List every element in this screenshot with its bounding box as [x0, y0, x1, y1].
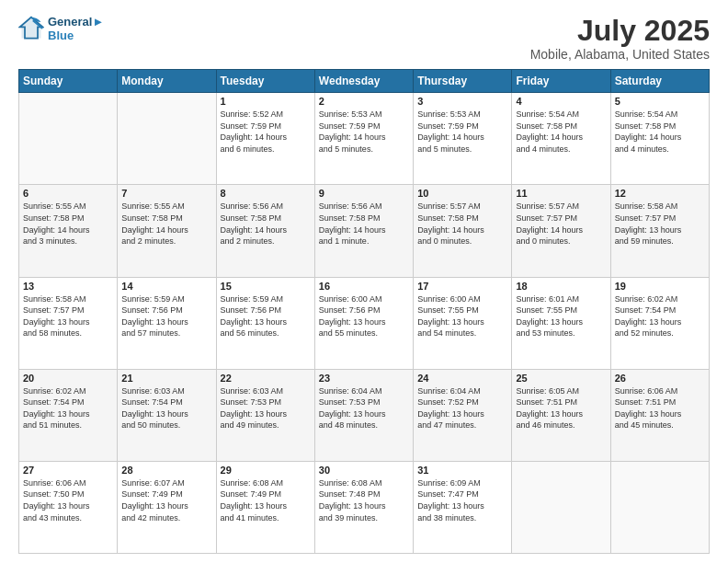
subtitle: Mobile, Alabama, United States	[530, 47, 710, 62]
day-number: 11	[516, 188, 606, 199]
day-info: Sunrise: 6:03 AM Sunset: 7:54 PM Dayligh…	[121, 385, 211, 431]
day-info: Sunrise: 5:56 AM Sunset: 7:58 PM Dayligh…	[319, 201, 409, 247]
calendar-cell: 14Sunrise: 5:59 AM Sunset: 7:56 PM Dayli…	[118, 277, 216, 369]
day-info: Sunrise: 6:04 AM Sunset: 7:53 PM Dayligh…	[319, 385, 409, 431]
day-number: 30	[319, 465, 409, 476]
day-number: 26	[615, 373, 705, 384]
day-info: Sunrise: 5:55 AM Sunset: 7:58 PM Dayligh…	[23, 201, 113, 247]
day-info: Sunrise: 5:58 AM Sunset: 7:57 PM Dayligh…	[23, 293, 113, 339]
col-wednesday: Wednesday	[314, 70, 413, 93]
day-number: 12	[615, 188, 705, 199]
calendar-cell: 17Sunrise: 6:00 AM Sunset: 7:55 PM Dayli…	[414, 277, 512, 369]
col-sunday: Sunday	[19, 70, 118, 93]
calendar-cell: 22Sunrise: 6:03 AM Sunset: 7:53 PM Dayli…	[216, 369, 314, 461]
col-friday: Friday	[512, 70, 610, 93]
day-info: Sunrise: 6:06 AM Sunset: 7:50 PM Dayligh…	[23, 477, 113, 523]
calendar-cell: 7Sunrise: 5:55 AM Sunset: 7:58 PM Daylig…	[118, 185, 216, 277]
calendar-week-3: 13Sunrise: 5:58 AM Sunset: 7:57 PM Dayli…	[19, 277, 710, 369]
calendar-cell: 5Sunrise: 5:54 AM Sunset: 7:58 PM Daylig…	[610, 93, 709, 185]
calendar-cell	[610, 461, 709, 553]
day-number: 14	[121, 281, 211, 292]
day-number: 20	[23, 373, 113, 384]
calendar-cell: 27Sunrise: 6:06 AM Sunset: 7:50 PM Dayli…	[19, 461, 118, 553]
calendar-cell: 16Sunrise: 6:00 AM Sunset: 7:56 PM Dayli…	[314, 277, 413, 369]
day-info: Sunrise: 6:03 AM Sunset: 7:53 PM Dayligh…	[221, 385, 311, 431]
day-number: 10	[417, 188, 507, 199]
day-number: 22	[221, 373, 311, 384]
calendar-cell: 26Sunrise: 6:06 AM Sunset: 7:51 PM Dayli…	[610, 369, 709, 461]
day-info: Sunrise: 6:09 AM Sunset: 7:47 PM Dayligh…	[417, 477, 507, 523]
day-info: Sunrise: 6:02 AM Sunset: 7:54 PM Dayligh…	[23, 385, 113, 431]
day-info: Sunrise: 6:02 AM Sunset: 7:54 PM Dayligh…	[615, 293, 705, 339]
day-info: Sunrise: 5:56 AM Sunset: 7:58 PM Dayligh…	[221, 201, 311, 247]
col-saturday: Saturday	[610, 70, 709, 93]
day-info: Sunrise: 6:07 AM Sunset: 7:49 PM Dayligh…	[121, 477, 211, 523]
col-thursday: Thursday	[414, 70, 512, 93]
day-number: 31	[417, 465, 507, 476]
day-info: Sunrise: 5:54 AM Sunset: 7:58 PM Dayligh…	[615, 109, 705, 155]
day-info: Sunrise: 5:59 AM Sunset: 7:56 PM Dayligh…	[121, 293, 211, 339]
calendar-cell: 19Sunrise: 6:02 AM Sunset: 7:54 PM Dayli…	[610, 277, 709, 369]
main-title: July 2025	[530, 15, 710, 47]
calendar-week-2: 6Sunrise: 5:55 AM Sunset: 7:58 PM Daylig…	[19, 185, 710, 277]
col-tuesday: Tuesday	[216, 70, 314, 93]
day-info: Sunrise: 5:53 AM Sunset: 7:59 PM Dayligh…	[417, 109, 507, 155]
day-number: 2	[319, 96, 409, 107]
day-number: 21	[121, 373, 211, 384]
header-row: Sunday Monday Tuesday Wednesday Thursday…	[19, 70, 710, 93]
calendar-cell: 11Sunrise: 5:57 AM Sunset: 7:57 PM Dayli…	[512, 185, 610, 277]
calendar-cell: 2Sunrise: 5:53 AM Sunset: 7:59 PM Daylig…	[314, 93, 413, 185]
day-info: Sunrise: 5:59 AM Sunset: 7:56 PM Dayligh…	[221, 293, 311, 339]
header: General► Blue July 2025 Mobile, Alabama,…	[18, 15, 710, 62]
day-number: 29	[221, 465, 311, 476]
calendar-cell	[118, 93, 216, 185]
calendar-week-1: 1Sunrise: 5:52 AM Sunset: 7:59 PM Daylig…	[19, 93, 710, 185]
day-info: Sunrise: 6:08 AM Sunset: 7:49 PM Dayligh…	[221, 477, 311, 523]
logo-icon	[18, 16, 44, 41]
calendar-cell: 31Sunrise: 6:09 AM Sunset: 7:47 PM Dayli…	[414, 461, 512, 553]
day-info: Sunrise: 5:55 AM Sunset: 7:58 PM Dayligh…	[121, 201, 211, 247]
day-info: Sunrise: 6:08 AM Sunset: 7:48 PM Dayligh…	[319, 477, 409, 523]
calendar-cell: 30Sunrise: 6:08 AM Sunset: 7:48 PM Dayli…	[314, 461, 413, 553]
day-info: Sunrise: 5:54 AM Sunset: 7:58 PM Dayligh…	[516, 109, 606, 155]
day-info: Sunrise: 6:00 AM Sunset: 7:56 PM Dayligh…	[319, 293, 409, 339]
calendar-cell: 23Sunrise: 6:04 AM Sunset: 7:53 PM Dayli…	[314, 369, 413, 461]
day-info: Sunrise: 5:52 AM Sunset: 7:59 PM Dayligh…	[221, 109, 311, 155]
day-info: Sunrise: 5:58 AM Sunset: 7:57 PM Dayligh…	[615, 201, 705, 247]
day-number: 6	[23, 188, 113, 199]
calendar-cell	[512, 461, 610, 553]
day-number: 1	[221, 96, 311, 107]
calendar-cell: 29Sunrise: 6:08 AM Sunset: 7:49 PM Dayli…	[216, 461, 314, 553]
day-info: Sunrise: 6:01 AM Sunset: 7:55 PM Dayligh…	[516, 293, 606, 339]
day-number: 9	[319, 188, 409, 199]
day-number: 4	[516, 96, 606, 107]
calendar-cell: 21Sunrise: 6:03 AM Sunset: 7:54 PM Dayli…	[118, 369, 216, 461]
day-number: 16	[319, 281, 409, 292]
day-info: Sunrise: 6:06 AM Sunset: 7:51 PM Dayligh…	[615, 385, 705, 431]
col-monday: Monday	[118, 70, 216, 93]
calendar-week-5: 27Sunrise: 6:06 AM Sunset: 7:50 PM Dayli…	[19, 461, 710, 553]
day-number: 3	[417, 96, 507, 107]
title-block: July 2025 Mobile, Alabama, United States	[530, 15, 710, 62]
calendar-cell: 15Sunrise: 5:59 AM Sunset: 7:56 PM Dayli…	[216, 277, 314, 369]
calendar-cell: 12Sunrise: 5:58 AM Sunset: 7:57 PM Dayli…	[610, 185, 709, 277]
day-number: 28	[121, 465, 211, 476]
calendar-week-4: 20Sunrise: 6:02 AM Sunset: 7:54 PM Dayli…	[19, 369, 710, 461]
calendar-cell: 6Sunrise: 5:55 AM Sunset: 7:58 PM Daylig…	[19, 185, 118, 277]
day-info: Sunrise: 5:57 AM Sunset: 7:58 PM Dayligh…	[417, 201, 507, 247]
calendar-cell: 1Sunrise: 5:52 AM Sunset: 7:59 PM Daylig…	[216, 93, 314, 185]
calendar-cell: 24Sunrise: 6:04 AM Sunset: 7:52 PM Dayli…	[414, 369, 512, 461]
calendar-cell: 9Sunrise: 5:56 AM Sunset: 7:58 PM Daylig…	[314, 185, 413, 277]
calendar-cell: 10Sunrise: 5:57 AM Sunset: 7:58 PM Dayli…	[414, 185, 512, 277]
calendar-cell: 13Sunrise: 5:58 AM Sunset: 7:57 PM Dayli…	[19, 277, 118, 369]
calendar-cell: 28Sunrise: 6:07 AM Sunset: 7:49 PM Dayli…	[118, 461, 216, 553]
logo: General► Blue	[18, 15, 104, 42]
calendar-table: Sunday Monday Tuesday Wednesday Thursday…	[18, 69, 710, 554]
day-number: 13	[23, 281, 113, 292]
day-number: 23	[319, 373, 409, 384]
day-info: Sunrise: 6:04 AM Sunset: 7:52 PM Dayligh…	[417, 385, 507, 431]
calendar-cell: 18Sunrise: 6:01 AM Sunset: 7:55 PM Dayli…	[512, 277, 610, 369]
day-info: Sunrise: 6:05 AM Sunset: 7:51 PM Dayligh…	[516, 385, 606, 431]
calendar-cell: 20Sunrise: 6:02 AM Sunset: 7:54 PM Dayli…	[19, 369, 118, 461]
day-number: 27	[23, 465, 113, 476]
